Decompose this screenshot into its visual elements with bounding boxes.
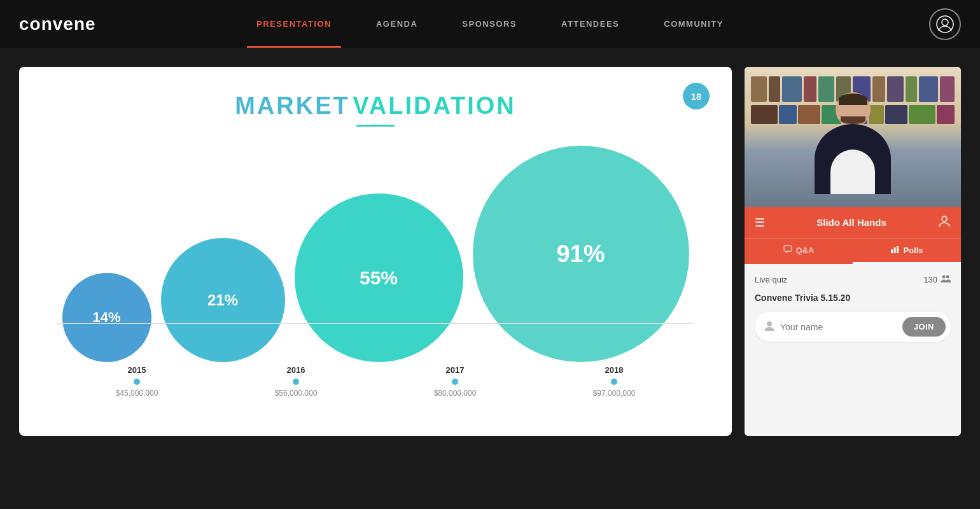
slido-tab-polls[interactable]: Polls (853, 239, 961, 264)
svg-rect-6 (897, 246, 899, 253)
main-content: 18 MARKET VALIDATION 14% 21% (0, 48, 980, 509)
live-quiz-count: 130 (923, 274, 951, 285)
name-input-row: JOIN (755, 312, 951, 342)
people-icon (941, 274, 951, 285)
slide-title: MARKET VALIDATION (45, 92, 706, 120)
person-icon (764, 320, 775, 334)
presenter-head (836, 92, 871, 127)
slide-badge: 18 (683, 83, 710, 109)
bubble-2016: 21% (161, 238, 285, 362)
right-panel: ☰ Slido All Hands (745, 67, 961, 436)
svg-point-2 (942, 216, 947, 221)
bubble-2017: 55% (295, 193, 463, 362)
logo: convene (19, 14, 96, 34)
nav-item-sponsors[interactable]: SPONSORS (440, 0, 539, 48)
slide-panel: 18 MARKET VALIDATION 14% 21% (19, 67, 732, 436)
axis-dot-2018 (611, 379, 617, 385)
svg-rect-3 (784, 246, 792, 251)
slido-header: ☰ Slido All Hands (745, 207, 961, 238)
slido-user-icon[interactable] (938, 214, 951, 230)
chart-column-2016: 21% (161, 184, 285, 362)
chart-column-2015: 14% (62, 184, 151, 362)
nav-item-presentation[interactable]: PRESENTATION (234, 0, 354, 48)
slido-body: Live quiz 130 Convene Tr (745, 264, 961, 436)
join-button[interactable]: JOIN (902, 317, 946, 337)
name-input[interactable] (780, 322, 897, 332)
presenter-beard (841, 116, 865, 124)
presenter-figure (802, 92, 904, 207)
slido-tabs: Q&A Polls (745, 238, 961, 264)
svg-rect-4 (891, 249, 893, 253)
axis-col-2016: 2016 $56,000,000 (275, 365, 318, 398)
video-placeholder (745, 67, 961, 207)
axis-col-2015: 2015 $45,000,000 (116, 365, 158, 398)
axis-dot-2015 (134, 379, 140, 385)
chart-column-2018: 91% (473, 184, 689, 362)
presenter-body (815, 124, 891, 194)
slido-tab-qa[interactable]: Q&A (745, 239, 853, 264)
bubble-2015: 14% (62, 273, 151, 362)
header: convene PRESENTATION AGENDA SPONSORS ATT… (0, 0, 980, 48)
bar-chart-icon (890, 245, 899, 256)
chart-column-2017: 55% (295, 184, 463, 362)
live-quiz-label: Live quiz (755, 275, 787, 284)
nav-item-agenda[interactable]: AGENDA (354, 0, 440, 48)
axis-labels: 2015 $45,000,000 2016 $56,000,000 2017 $… (45, 365, 706, 398)
axis-col-2018: 2018 $97,000,000 (593, 365, 636, 398)
chart-area: 14% 21% 55% (45, 139, 706, 362)
axis-col-2017: 2017 $80,000,000 (434, 365, 477, 398)
nav: PRESENTATION AGENDA SPONSORS ATTENDEES C… (234, 0, 746, 48)
chat-icon (783, 245, 792, 256)
presenter-hair (839, 94, 867, 105)
slido-title: Slido All Hands (816, 217, 886, 228)
chart-axis-line (57, 323, 694, 324)
slido-panel: ☰ Slido All Hands (745, 207, 961, 436)
presenter-shirt (830, 150, 875, 194)
nav-item-attendees[interactable]: ATTENDEES (539, 0, 641, 48)
presenter-video (745, 67, 961, 207)
svg-point-1 (942, 19, 948, 25)
nav-item-community[interactable]: COMMUNITY (641, 0, 746, 48)
user-avatar[interactable] (929, 8, 961, 40)
svg-rect-5 (894, 248, 896, 253)
svg-point-8 (946, 275, 949, 279)
slido-menu-icon[interactable]: ☰ (755, 216, 765, 230)
live-quiz-header: Live quiz 130 (755, 274, 951, 285)
bubble-2018: 91% (473, 146, 689, 362)
svg-point-9 (767, 321, 772, 326)
svg-point-7 (942, 275, 946, 279)
axis-dot-2017 (452, 379, 458, 385)
slide-title-underline (356, 125, 395, 127)
axis-dot-2016 (293, 379, 299, 385)
trivia-title: Convene Trivia 5.15.20 (755, 293, 951, 303)
